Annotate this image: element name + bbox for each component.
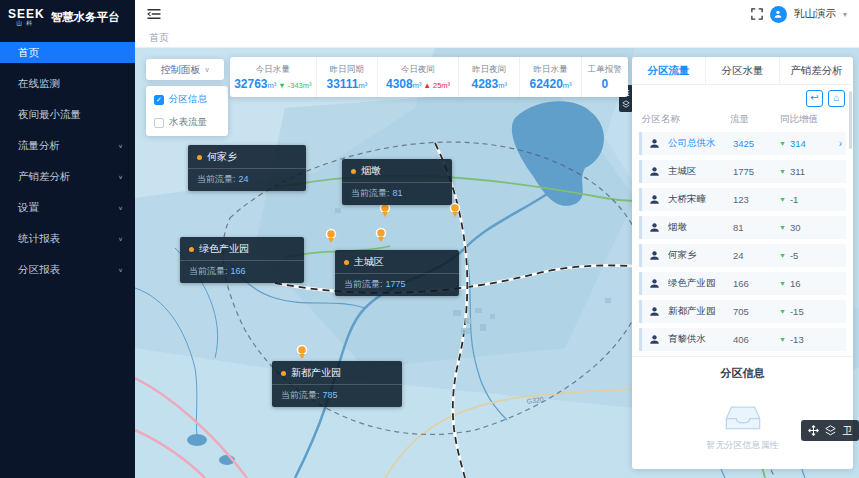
stat-yesterday-night: 昨日夜间 4283m³ [459,57,520,97]
zone-panel-tabs: 分区流量 分区水量 产销差分析 [632,57,853,85]
checkbox-unchecked-icon [154,118,164,128]
column-zone-name: 分区名称 [642,113,730,126]
arrow-down-icon: ▼ [278,81,285,90]
empty-inbox-icon [723,402,763,432]
checkbox-checked-icon: ✓ [154,95,164,105]
breadcrumb-bar: 首页 [135,28,859,48]
satellite-toggle[interactable]: 卫 [843,424,853,438]
tab-zone-water[interactable]: 分区水量 [706,57,780,84]
column-yoy-delta: 同比增值 [780,113,843,126]
zone-icon [648,333,662,346]
panel-actions: ↩ ⌂ [632,85,853,111]
marker-dot-icon [189,247,194,252]
table-header: 分区名称 流量 同比增值 [632,111,853,132]
tab-nrw-analysis[interactable]: 产销差分析 [780,57,853,84]
sidebar-item-zone-report[interactable]: 分区报表∨ [0,259,135,280]
sidebar-item-nrw-analysis[interactable]: 产销差分析∨ [0,166,135,187]
pan-icon[interactable] [808,425,819,436]
table-row[interactable]: 绿色产业园 166 ▼ 16 [639,272,846,295]
main-content: G320 何家乡 当前流量:24 烟墩 当前流量:81 绿色产业园 当前流量:1… [135,48,859,478]
app-logo: SEEK 山科 智慧水务平台 [0,0,135,34]
map-tooltip-xindu-industrial-park[interactable]: 新都产业园 当前流量:785 [272,361,402,407]
username[interactable]: 乳山演示 [794,7,836,21]
zone-icon [648,249,662,262]
triangle-down-icon: ▼ [779,280,786,287]
stat-yesterday-same-period: 昨日同期 33111m³ [317,57,378,97]
triangle-down-icon: ▼ [779,196,786,203]
zone-icon [648,137,662,150]
map-tooltip-main-city[interactable]: 主城区 当前流量:1775 [335,250,459,296]
stat-workorder-alarm: 工单报警 0 [582,57,628,97]
triangle-down-icon: ▼ [779,224,786,231]
triangle-down-icon: ▼ [779,168,786,175]
brand-top: SEEK [8,8,45,20]
zone-panel: 分区流量 分区水量 产销差分析 ↩ ⌂ 分区名称 流量 同比增值 公司总供水 3… [632,57,853,469]
triangle-down-icon: ▼ [779,308,786,315]
zone-icon [648,165,662,178]
stat-yesterday-water: 昨日水量 62420m³ [520,57,581,97]
sidebar-item-online-monitoring[interactable]: 在线监测 [0,73,135,94]
marker-dot-icon [351,169,356,174]
zone-icon [648,305,662,318]
triangle-down-icon: ▼ [779,336,786,343]
sidebar: SEEK 山科 智慧水务平台 首页 在线监测 夜间最小流量 流量分析∨ 产销差分… [0,0,135,478]
zone-icon [648,193,662,206]
arrow-up-icon: ▲ [423,81,430,90]
map-tooltip-hejiaxiang[interactable]: 何家乡 当前流量:24 [188,145,306,191]
chevron-down-icon: ∨ [118,266,123,272]
table-row[interactable]: 新都产业园 705 ▼ -15 [639,300,846,323]
table-row[interactable]: 烟墩 81 ▼ 30 [639,216,846,239]
stat-today-water: 今日水量 32763m³▼ -343m³ [230,57,317,97]
layer-control-card: ✓ 分区信息 水表流量 [146,86,228,136]
fullscreen-icon[interactable] [751,8,763,20]
column-flow: 流量 [730,113,780,126]
chevron-down-icon: ∨ [118,142,123,148]
sidebar-item-night-min-flow[interactable]: 夜间最小流量 [0,104,135,125]
avatar[interactable] [770,6,787,23]
control-panel-button[interactable]: 控制面板 ∨ [146,59,224,80]
app-title: 智慧水务平台 [51,10,120,25]
brand-mark: SEEK 山科 [8,8,45,26]
table-row[interactable]: 主城区 1775 ▼ 311 [639,160,846,183]
zone-info-title: 分区信息 [632,356,853,385]
triangle-down-icon: ▼ [779,252,786,259]
table-row[interactable]: 大桥宋疃 123 ▼ -1 [639,188,846,211]
layers-icon[interactable] [825,425,836,436]
chevron-down-icon: ∨ [118,173,123,179]
menu-fold-icon[interactable] [147,8,161,20]
tab-zone-flow[interactable]: 分区流量 [632,57,706,84]
marker-dot-icon [197,155,202,160]
breadcrumb[interactable]: 首页 [149,31,169,45]
chevron-down-icon: ∨ [118,204,123,210]
stats-bar: 今日水量 32763m³▼ -343m³ 昨日同期 33111m³ 今日夜间 4… [230,57,628,97]
chevron-down-icon: ∨ [118,235,123,241]
sidebar-item-home[interactable]: 首页 [0,42,135,63]
table-row[interactable]: 育黎供水 406 ▼ -13 [639,328,846,351]
map-tooltip-yandun[interactable]: 烟墩 当前流量:81 [342,159,452,205]
stat-today-night: 今日夜间 4308m³▲ 25m³ [378,57,459,97]
brand-bottom: 山科 [16,20,36,26]
caret-down-icon[interactable]: ▾ [843,10,847,19]
sidebar-menu: 首页 在线监测 夜间最小流量 流量分析∨ 产销差分析∨ 设置∨ 统计报表∨ 分区… [0,42,135,280]
undo-button[interactable]: ↩ [806,90,823,107]
home-button[interactable]: ⌂ [828,90,845,107]
zone-icon [648,221,662,234]
table-row[interactable]: 何家乡 24 ▼ -5 [639,244,846,267]
panel-scrollbar[interactable] [849,91,852,149]
sidebar-item-flow-analysis[interactable]: 流量分析∨ [0,135,135,156]
sidebar-item-settings[interactable]: 设置∨ [0,197,135,218]
marker-dot-icon [281,371,286,376]
table-row[interactable]: 公司总供水 3425 ▼ 314 › [639,132,846,155]
topbar: 乳山演示 ▾ [135,0,859,28]
layer-checkbox-meter-flow[interactable]: 水表流量 [154,116,220,129]
chevron-right-icon: › [839,138,842,149]
chevron-down-icon: ∨ [204,66,209,74]
map-tools: 卫 [801,420,859,441]
marker-dot-icon [344,260,349,265]
triangle-down-icon: ▼ [779,140,786,147]
layer-checkbox-zone-info[interactable]: ✓ 分区信息 [154,93,220,106]
layers-icon [622,100,630,108]
zone-icon [648,277,662,290]
map-tooltip-green-industrial-park[interactable]: 绿色产业园 当前流量:166 [180,237,304,283]
sidebar-item-statistics-report[interactable]: 统计报表∨ [0,228,135,249]
